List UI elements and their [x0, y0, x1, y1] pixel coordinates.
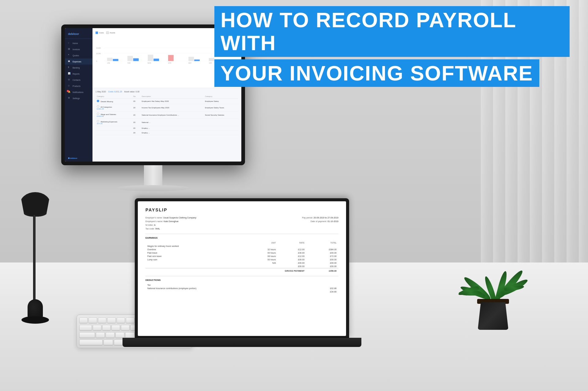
sidebar-item-products[interactable]: ◇ Products: [65, 83, 92, 89]
sidebar-item-home[interactable]: ⌂ Home: [65, 40, 92, 46]
gross-label: GROSS PAYMENT: [145, 268, 306, 274]
key: [79, 318, 88, 323]
monitor-stand-neck: [144, 165, 162, 187]
cat-check-3: [97, 113, 99, 115]
sidebar-item-quotes[interactable]: ❝ Quotes: [65, 52, 92, 58]
pay-period-row: Pay period: 20-09-2019 to 27-09-2019: [302, 216, 338, 220]
sidebar-label-invoices: Invoices: [73, 48, 80, 50]
settings-icon: ⚙: [68, 97, 71, 100]
deduction-desc-extra: [145, 290, 307, 293]
deduction-desc-ni: National Insurance contributions (employ…: [145, 287, 307, 290]
earnings-title: EARNINGS: [145, 236, 338, 239]
bar-mar-assets: [153, 59, 159, 61]
earnings-row-paidleave: Paid leave 00 hours £30.00 £00.00: [145, 251, 338, 255]
bar-jan-assets: [113, 59, 119, 61]
svg-text:APR: APR: [168, 62, 172, 64]
sidebar-label-banking: Banking: [73, 67, 80, 69]
earnings-rate-paidleave: £30.00: [278, 251, 307, 255]
row-category-5: [96, 126, 132, 131]
earnings-total-paidleave: £00.00: [306, 251, 338, 255]
expenses-icon: ▣: [68, 60, 71, 63]
sidebar-label-notifications: Notifications: [73, 91, 83, 93]
earnings-total-extra: £00.00: [306, 265, 338, 268]
earnings-unit-paidleave: 00 hours: [244, 251, 278, 255]
table-asset: Asset value: 0.00: [124, 91, 140, 93]
title-line-2: YOUR INVOICING SOFTWARE: [214, 59, 570, 87]
row-category-6: [96, 131, 132, 135]
earnings-total-overtime: £384.00: [306, 248, 338, 251]
employee-label: Employee's name:: [145, 220, 163, 222]
svg-text:0: 0: [96, 61, 97, 62]
earnings-rate-sickleave: £12.00: [278, 255, 307, 258]
payslip-header: Employer's name: Usual Suspects Clothing…: [145, 216, 338, 231]
payslip-divider-2: [145, 276, 338, 276]
payslip-tax-row: Tax code: 944L: [145, 227, 196, 231]
earnings-table: UNIT RATE TOTAL Wages for ordinary hours…: [145, 241, 338, 274]
earnings-desc-overtime: Overtime: [145, 248, 244, 251]
deduction-amount-tax: [307, 283, 338, 287]
earnings-row-sickleave: Paid sick leave 06 hours £12.00 £72.00: [145, 255, 338, 258]
sidebar-item-reports[interactable]: 📊 Reports: [65, 71, 92, 77]
key: [104, 340, 113, 345]
earnings-row-overtime: Overtime 32 hours £12.00 £384.00: [145, 248, 338, 251]
deduction-amount-ni: £02.86: [307, 287, 338, 290]
earnings-rate-overtime: £12.00: [278, 248, 307, 251]
sidebar-item-banking[interactable]: $ Banking: [65, 65, 92, 71]
earnings-col-total: TOTAL: [306, 241, 338, 244]
row-category-1: Details Missing: [96, 99, 132, 104]
row-category-2: All Categories6,931.25: [96, 104, 132, 111]
pay-period-value: 20-09-2019 to 27-09-2019: [314, 217, 338, 219]
plant-pot: [478, 302, 508, 330]
earnings-total-na: £00.00: [306, 261, 338, 265]
key: [96, 332, 105, 338]
row-no-4: 20: [132, 119, 141, 126]
legend-costs: Costs: [96, 32, 104, 34]
lamp-base-body: [28, 299, 43, 318]
row-category-4: Marketing Expenses207.34: [96, 119, 132, 126]
payment-date-row: Date of payment: 01-10-2019: [302, 220, 338, 223]
earnings-unit-lump: 00 hours: [244, 258, 278, 261]
col-header-description: Description: [141, 95, 204, 99]
payslip-employer-row: Employer's name: Usual Suspects Clothing…: [145, 216, 196, 220]
bar-feb-costs: [127, 56, 133, 61]
lamp-base: [21, 316, 49, 324]
row-no-6: 20: [132, 131, 141, 135]
earnings-rate-extra: £00.00: [278, 265, 307, 268]
earnings-desc-extra: [145, 265, 244, 268]
sidebar-item-invoices[interactable]: ▤ Invoices: [65, 46, 92, 52]
key-tab: [79, 325, 92, 330]
deduction-row-extra: £34.80: [145, 290, 338, 293]
key: [106, 332, 115, 338]
employee-name: Kate Donoghue: [164, 220, 179, 222]
row-desc-5: Employ ...: [141, 126, 204, 131]
payslip-title: PAYSLIP: [145, 207, 338, 212]
sidebar-item-expenses[interactable]: ▣ Expenses: [65, 58, 92, 65]
earnings-rate-lump: £00.00: [278, 258, 307, 261]
key: [98, 318, 106, 323]
deduction-row-ni: National Insurance contributions (employ…: [145, 287, 338, 290]
legend-assets: Assets: [106, 32, 115, 34]
bar-jun-costs: [209, 58, 214, 61]
payslip-left-info: Employer's name: Usual Suspects Clothing…: [145, 216, 196, 231]
sidebar-item-notifications[interactable]: 🔔 Notifications !: [65, 89, 92, 95]
sidebar-label-expenses: Expenses: [73, 61, 81, 63]
monitor-stand-base: [116, 185, 190, 191]
deduction-amount-extra: £34.80: [307, 290, 338, 293]
deductions-title: DEDUCTIONS: [145, 279, 338, 281]
table-row: All Categories6,931.25 20 Income Tax Emp…: [96, 104, 238, 111]
deductions-table: Tax National Insurance contributions (em…: [145, 283, 338, 293]
svg-text:10,000: 10,000: [96, 47, 101, 49]
cat-check-1: [97, 100, 99, 102]
row-no-5: 20: [132, 126, 141, 131]
row-desc-4: National ...: [141, 119, 204, 126]
plant-leaves: [469, 235, 518, 302]
earnings-desc-wages: Wages for ordinary hours worked: [145, 244, 244, 248]
table-row: Marketing Expenses207.34 20 National ...: [96, 119, 238, 126]
cat-check-4: [97, 120, 99, 122]
bar-feb-assets: [133, 58, 139, 61]
sidebar-item-settings[interactable]: ⚙ Settings: [65, 95, 92, 101]
sidebar-item-contacts[interactable]: ◎ Contacts: [65, 77, 92, 83]
laptop-screen: PAYSLIP Employer's name: Usual Suspects …: [138, 201, 346, 336]
contacts-icon: ◎: [68, 78, 71, 81]
row-type-2: Employee Salary Taxes: [204, 104, 238, 111]
